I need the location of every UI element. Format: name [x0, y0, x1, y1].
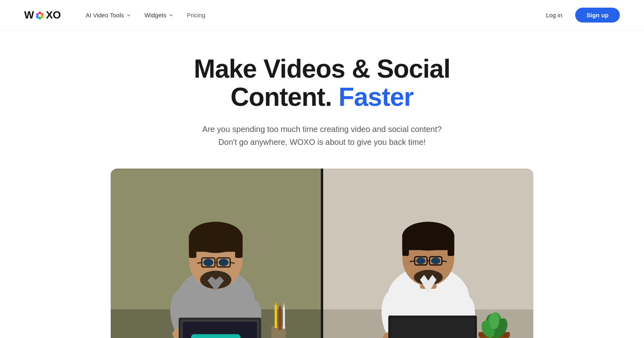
svg-rect-12	[189, 235, 242, 252]
svg-point-19	[219, 259, 229, 266]
hero-subtitle: Are you spending too much time creating …	[149, 123, 495, 148]
svg-rect-14	[235, 235, 242, 258]
svg-rect-13	[189, 235, 196, 258]
chevron-down-icon	[168, 12, 174, 18]
logo-text-xo: XO	[46, 9, 61, 21]
right-scene-svg	[323, 169, 533, 338]
hero-title: Make Videos & Social Content. Faster	[149, 55, 495, 111]
svg-rect-34	[275, 305, 277, 328]
svg-point-5	[36, 13, 39, 16]
svg-rect-36	[279, 309, 281, 330]
svg-point-1	[41, 13, 44, 16]
nav-links: AI Video Tools Widgets Pricing	[81, 8, 210, 22]
hero-title-accent: Faster	[339, 82, 413, 111]
svg-rect-63	[390, 317, 475, 338]
left-scene-svg	[111, 169, 321, 338]
main-content: Make Videos & Social Content. Faster Are…	[0, 31, 644, 338]
logo-text: W	[24, 9, 34, 21]
chevron-down-icon	[126, 12, 132, 18]
hero-section: Make Videos & Social Content. Faster Are…	[141, 55, 503, 169]
signup-button[interactable]: Sign up	[575, 8, 620, 23]
svg-point-17	[203, 259, 213, 266]
video-container	[111, 169, 533, 338]
video-panel-left	[111, 169, 321, 338]
navbar-left: W XO AI Video Tools Widgets	[24, 8, 210, 22]
nav-item-pricing[interactable]: Pricing	[182, 8, 210, 22]
navbar: W XO AI Video Tools Widgets	[0, 0, 644, 31]
svg-rect-47	[402, 234, 409, 256]
svg-point-3	[39, 16, 41, 19]
svg-point-4	[36, 15, 39, 18]
svg-rect-38	[283, 307, 285, 329]
svg-point-2	[41, 15, 44, 18]
svg-point-51	[416, 258, 425, 264]
nav-item-ai-video-tools[interactable]: AI Video Tools	[81, 8, 136, 22]
svg-point-53	[431, 258, 440, 264]
nav-item-widgets[interactable]: Widgets	[140, 8, 179, 22]
video-divider	[321, 169, 323, 338]
navbar-right: Log in Sign up	[539, 8, 620, 23]
svg-rect-46	[402, 234, 454, 250]
svg-point-0	[39, 11, 41, 14]
logo[interactable]: W XO	[24, 9, 61, 21]
svg-rect-48	[448, 234, 454, 256]
video-panel-right	[323, 169, 533, 338]
login-button[interactable]: Log in	[539, 8, 569, 22]
svg-point-70	[489, 313, 499, 329]
logo-colorwheel-icon	[35, 11, 44, 20]
svg-rect-31	[191, 334, 241, 338]
